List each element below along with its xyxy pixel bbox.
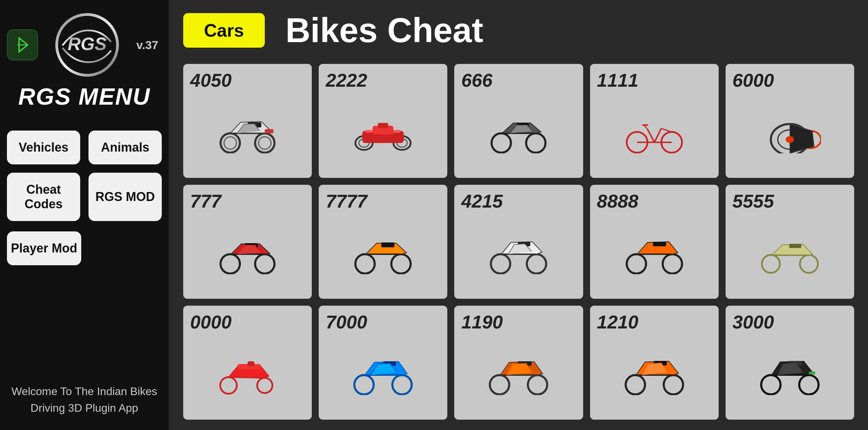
rgs-menu-title: RGS MENU (18, 83, 150, 110)
single-row: Player Mod (7, 231, 162, 265)
svg-rect-53 (248, 361, 254, 366)
bike-card[interactable]: 1111 (590, 64, 719, 178)
bike-card[interactable]: 5555 (726, 185, 854, 299)
app-icon-svg (12, 35, 33, 55)
svg-line-28 (661, 128, 672, 132)
svg-rect-66 (809, 372, 815, 374)
bike-code: 2222 (326, 69, 367, 91)
svg-point-61 (664, 375, 683, 394)
svg-rect-10 (265, 129, 273, 133)
svg-point-63 (761, 375, 781, 394)
svg-rect-40 (381, 242, 394, 247)
svg-rect-19 (393, 130, 400, 133)
bike-image (597, 91, 712, 174)
svg-rect-17 (378, 123, 388, 128)
right-panel: Cars Bikes Cheat 4050 2222 666 (169, 0, 868, 430)
bike-code: 8888 (597, 190, 638, 212)
svg-point-20 (492, 133, 511, 153)
svg-rect-49 (789, 244, 801, 248)
bike-card[interactable]: 666 (454, 64, 583, 178)
bikes-grid: 4050 2222 666 1111 (183, 64, 854, 420)
bike-image (461, 333, 576, 416)
svg-point-64 (799, 375, 819, 394)
rgs-logo: RGS (53, 10, 122, 79)
svg-point-35 (221, 254, 240, 274)
svg-point-47 (762, 255, 780, 273)
svg-point-39 (391, 254, 411, 274)
bike-code: 7777 (326, 190, 367, 212)
cars-tab[interactable]: Cars (183, 13, 265, 48)
svg-point-57 (490, 375, 509, 394)
bike-image (326, 333, 440, 416)
bike-card[interactable]: 2222 (319, 64, 447, 178)
bike-code: 4215 (461, 190, 503, 212)
rgs-mod-button[interactable]: RGS MOD (88, 173, 162, 221)
svg-point-21 (526, 133, 545, 153)
bike-card[interactable]: 777 (183, 185, 312, 299)
svg-point-42 (527, 254, 546, 274)
player-mod-button[interactable]: Player Mod (7, 231, 81, 265)
animals-button[interactable]: Animals (88, 131, 162, 164)
bike-code: 1111 (597, 69, 638, 91)
bike-code: 0000 (190, 311, 232, 333)
bike-code: 7000 (326, 311, 367, 333)
bike-card[interactable]: 0000 (183, 306, 312, 420)
top-row: RGS v.37 (7, 10, 162, 79)
bike-image (190, 333, 305, 416)
svg-point-7 (255, 133, 274, 153)
bike-image (461, 91, 576, 174)
bike-code: 5555 (732, 190, 774, 212)
svg-point-6 (224, 137, 236, 149)
bike-image (732, 333, 847, 416)
svg-point-34 (786, 136, 794, 143)
bike-card[interactable]: 7000 (319, 306, 447, 420)
cheat-codes-button[interactable]: Cheat Codes (7, 173, 80, 221)
bike-card[interactable]: 7777 (319, 185, 447, 299)
bike-image (732, 91, 847, 174)
bike-image (461, 212, 576, 295)
bike-card[interactable]: 4050 (183, 64, 312, 178)
bike-image (326, 212, 440, 295)
bike-image (190, 212, 305, 295)
svg-point-45 (663, 254, 682, 274)
svg-point-51 (257, 378, 272, 393)
welcome-text: Welcome To The Indian Bikes Driving 3D P… (8, 383, 161, 416)
bike-card[interactable]: 3000 (726, 306, 854, 420)
svg-point-55 (392, 375, 412, 394)
bike-card[interactable]: 6000 (726, 64, 854, 178)
right-header: Cars Bikes Cheat (183, 10, 854, 50)
bike-card[interactable]: 1210 (590, 306, 719, 420)
bike-image (732, 212, 847, 295)
app-icon[interactable] (7, 29, 38, 60)
svg-point-50 (220, 377, 237, 394)
svg-point-36 (255, 254, 274, 274)
bike-image (326, 91, 440, 174)
svg-point-41 (491, 254, 510, 274)
left-panel: RGS v.37 RGS MENU Vehicles Animals Cheat… (0, 0, 169, 430)
svg-point-54 (354, 375, 374, 394)
svg-point-60 (626, 375, 645, 394)
vehicles-button[interactable]: Vehicles (7, 131, 80, 164)
svg-line-27 (647, 129, 654, 142)
bike-code: 6000 (732, 69, 774, 91)
bike-card[interactable]: 1190 (454, 306, 583, 420)
svg-rect-46 (653, 242, 666, 246)
nav-buttons: Vehicles Animals Cheat Codes RGS MOD (7, 131, 162, 221)
svg-text:RGS: RGS (68, 34, 107, 54)
bike-image (597, 212, 712, 295)
svg-point-44 (627, 254, 646, 274)
bike-code: 666 (461, 69, 492, 91)
bike-card[interactable]: 4215 (454, 185, 583, 299)
svg-point-5 (221, 133, 240, 153)
bike-code: 1190 (461, 311, 503, 333)
bike-code: 777 (190, 190, 221, 212)
bike-code: 4050 (190, 69, 232, 91)
svg-line-26 (654, 128, 661, 142)
svg-point-8 (259, 137, 271, 149)
svg-point-48 (800, 255, 818, 273)
bike-code: 3000 (732, 311, 774, 333)
bike-code: 1210 (597, 311, 638, 333)
section-title: Bikes Cheat (286, 10, 483, 50)
bike-card[interactable]: 8888 (590, 185, 719, 299)
svg-point-38 (355, 254, 375, 274)
